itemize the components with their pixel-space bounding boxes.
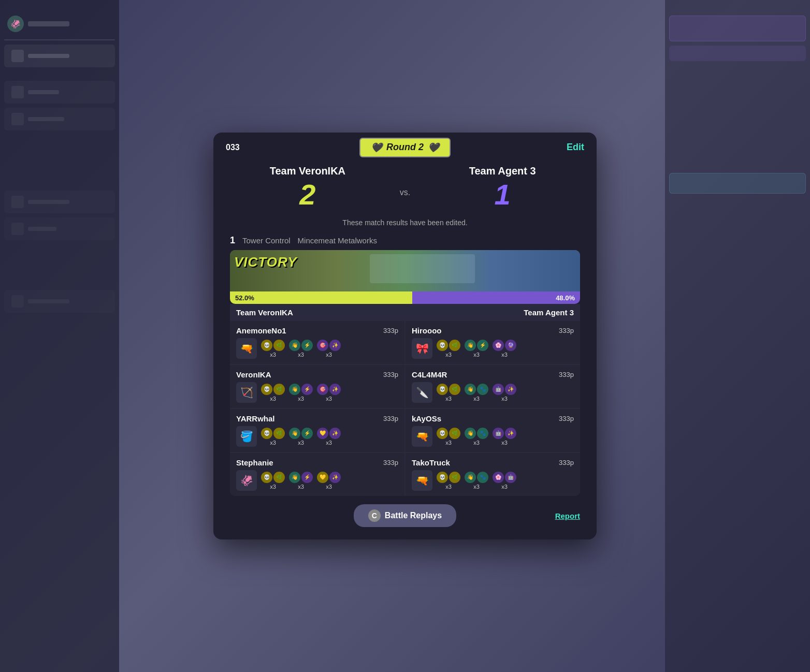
ability-icon: 🎯	[317, 340, 328, 351]
player-points: 333p	[559, 371, 574, 378]
ability-count: x3	[445, 396, 452, 402]
ability-group: 💀 🌿 x3	[437, 340, 460, 358]
ability-icon: 👋	[465, 340, 476, 351]
weapon-icon: 🔫	[412, 470, 432, 491]
ability-count: x3	[445, 352, 452, 358]
progress-purple: 48.0%	[412, 291, 580, 304]
player-points: 333p	[383, 371, 398, 378]
ability-group: 💛 ✨ x3	[317, 472, 341, 490]
weapon-icon: 🔪	[412, 382, 432, 403]
modal: 033 🖤 Round 2 🖤 Edit Team VeronIKA 2 vs.…	[213, 133, 597, 539]
battle-replays-label: Battle Replays	[385, 511, 442, 520]
edit-button[interactable]: Edit	[567, 142, 584, 153]
ability-count: x3	[270, 352, 276, 358]
ability-count: x3	[298, 352, 304, 358]
ability-count: x3	[270, 484, 276, 490]
ability-icon: 💀	[437, 384, 448, 395]
player-points: 333p	[559, 327, 574, 334]
victory-label: VICTORY	[234, 254, 297, 270]
ability-count: x3	[445, 440, 452, 446]
ability-icon: 💀	[437, 472, 448, 483]
modal-header: 033 🖤 Round 2 🖤 Edit	[213, 133, 597, 160]
ability-group: 💀 🌿 x3	[261, 472, 285, 490]
round-badge-label: Round 2	[386, 142, 424, 153]
player-card: TakoTruck 333p 🔫 💀 🌿 x3 👋	[406, 453, 580, 496]
battle-map: Mincemeat Metalworks	[298, 236, 377, 245]
player-name: AnemoneNo1	[236, 326, 286, 335]
ability-group: 👋 ⚡ x3	[289, 384, 313, 402]
ability-group: 🎯 ✨ x3	[317, 384, 341, 402]
ability-icon: ✨	[505, 428, 516, 439]
battle-mode: Tower Control	[242, 236, 291, 245]
ability-count: x3	[298, 484, 304, 490]
team-a-header: Team VeronIKA	[230, 304, 405, 321]
players-grid: AnemoneNo1 333p 🔫 💀 🌿 x3 👋	[230, 321, 580, 496]
ability-group: 💀 🌿 x3	[261, 384, 285, 402]
splat-right-icon: 🖤	[428, 142, 439, 153]
ability-icon: 🔮	[505, 340, 516, 351]
ability-icon: 🌸	[493, 340, 504, 351]
ability-group: 💀 🌿 x3	[261, 428, 285, 446]
ability-icon: 🌿	[449, 384, 460, 395]
battle-card: VICTORY 52.0% 48.0%	[230, 250, 580, 304]
team-b-side: Team Agent 3 1	[421, 165, 584, 209]
team-a-score: 2	[299, 180, 315, 209]
player-points: 333p	[383, 415, 398, 422]
ability-group: 👋 ⚡ x3	[289, 472, 313, 490]
ability-icon: 🎯	[317, 384, 328, 395]
yellow-percent: 52.0%	[235, 294, 254, 302]
edited-notice: These match results have been edited.	[213, 214, 597, 235]
purple-percent: 48.0%	[556, 294, 575, 302]
team-headers: Team VeronIKA Team Agent 3	[230, 304, 580, 321]
report-button[interactable]: Report	[555, 512, 580, 520]
ability-count: x3	[473, 484, 480, 490]
ability-icon: 🐾	[477, 472, 488, 483]
round-number: 033	[226, 143, 240, 152]
ability-icon: 🌿	[449, 472, 460, 483]
ability-icon: 🌿	[449, 340, 460, 351]
ability-icon: 💀	[261, 384, 272, 395]
ability-count: x3	[501, 440, 508, 446]
progress-bar: 52.0% 48.0%	[230, 291, 580, 304]
ability-group: 👋 ⚡ x3	[289, 428, 313, 446]
player-name: kAyOSs	[412, 414, 441, 423]
player-points: 333p	[559, 459, 574, 466]
ability-count: x3	[270, 396, 276, 402]
right-panel	[665, 0, 810, 672]
ability-icon: ✨	[329, 428, 341, 439]
ability-icon: ⚡	[477, 340, 488, 351]
modal-footer: C Battle Replays Report	[213, 496, 597, 529]
ability-icon: 👋	[465, 384, 476, 395]
ability-count: x3	[445, 484, 452, 490]
ability-group: 🌸 🔮 x3	[493, 340, 516, 358]
battle-card-header: VICTORY	[230, 250, 580, 291]
ability-icon: 👋	[289, 340, 300, 351]
ability-group: 👋 ⚡ x3	[465, 340, 488, 358]
ability-count: x3	[326, 484, 332, 490]
ability-icon: ✨	[505, 384, 516, 395]
player-points: 333p	[383, 327, 398, 334]
ability-group: 👋 🐾 x3	[465, 428, 488, 446]
team-b-header: Team Agent 3	[405, 304, 580, 321]
ability-icon: 👋	[289, 472, 300, 483]
ability-icon: 🌿	[273, 472, 285, 483]
player-name: TakoTruck	[412, 458, 450, 467]
player-card: VeronIKA 333p 🏹 💀 🌿 x3 👋	[230, 365, 404, 408]
ability-count: x3	[326, 396, 332, 402]
ability-group: 🤖 ✨ x3	[493, 384, 516, 402]
player-card: kAyOSs 333p 🔫 💀 🌿 x3 👋	[406, 409, 580, 452]
sidebar-left: 🦑	[0, 0, 119, 672]
battle-replays-button[interactable]: C Battle Replays	[354, 504, 456, 527]
ability-group: 💀 🌿 x3	[437, 384, 460, 402]
weapon-icon: 🔫	[412, 426, 432, 447]
ability-count: x3	[501, 396, 508, 402]
ability-group: 🎯 ✨ x3	[317, 340, 341, 358]
player-card: YARRwhal 333p 🪣 💀 🌿 x3 👋	[230, 409, 404, 452]
ability-count: x3	[270, 440, 276, 446]
weapon-icon: 🎀	[412, 338, 432, 359]
ability-group: 💀 🌿 x3	[437, 428, 460, 446]
ability-count: x3	[473, 440, 480, 446]
player-card: Hiroooo 333p 🎀 💀 🌿 x3 👋	[406, 321, 580, 364]
ability-group: 👋 🐾 x3	[465, 472, 488, 490]
ability-count: x3	[473, 352, 480, 358]
